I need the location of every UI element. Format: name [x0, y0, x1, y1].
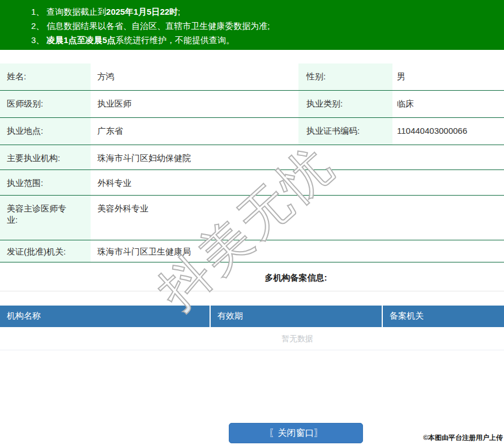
notice-number: 1、 [31, 7, 44, 16]
field-label: 姓名: [0, 63, 91, 90]
info-row: 执业范围:外科专业 [0, 170, 504, 196]
notice-line: 3、凌晨1点至凌晨5点系统进行维护，不能提供查询。 [31, 33, 504, 47]
notice-text-segment: 2025年1月5日22时 [106, 7, 178, 16]
field-value: 临床 [392, 91, 504, 117]
notice-text-segment: 凌晨1点至凌晨5点 [46, 35, 116, 45]
field-value: 方鸿 [91, 63, 294, 90]
info-row: 主要执业机构:珠海市斗门区妇幼保健院 [0, 145, 504, 170]
info-row: 姓名:方鸿性别:男 [0, 63, 504, 91]
field-value: 珠海市斗门区卫生健康局 [91, 240, 504, 262]
column-header: 备案机关 [382, 306, 503, 327]
filing-section-title: 多机构备案信息: [0, 262, 504, 291]
info-row: 医师级别:执业医师执业类别:临床 [0, 91, 504, 118]
copyright-watermark-text: ©本图由平台注册用户上传 [423, 433, 503, 443]
field-value: 美容外科专业 [91, 196, 504, 240]
close-window-button[interactable]: 〖关闭窗口〗 [229, 423, 363, 443]
field-label: 执业范围: [0, 170, 91, 195]
field-label: 执业类别: [298, 91, 392, 117]
empty-data-text: 暂无数据 [0, 327, 504, 350]
notice-line: 1、查询数据截止到2025年1月5日22时; [31, 5, 504, 19]
field-label: 主要执业机构: [0, 145, 91, 169]
field-label: 执业地点: [0, 118, 91, 145]
notice-number: 2、 [31, 21, 44, 31]
column-header: 机构名称 [0, 306, 210, 327]
field-value: 广东省 [91, 118, 294, 145]
notice-line: 2、信息数据结果以各省、自治区、直辖市卫生健康委数据为准; [31, 19, 504, 33]
info-row: 发证(批准)机关:珠海市斗门区卫生健康局 [0, 240, 504, 262]
field-label: 性别: [298, 63, 392, 90]
field-label: 发证(批准)机关: [0, 240, 91, 262]
filing-table: 机构名称有效期备案机关 暂无数据 [0, 306, 504, 350]
field-label: 美容主诊医师专业: [0, 196, 91, 240]
doctor-info-table: 姓名:方鸿性别:男医师级别:执业医师执业类别:临床执业地点:广东省执业证书编码:… [0, 63, 504, 262]
field-label: 医师级别: [0, 91, 91, 117]
field-value: 男 [392, 63, 504, 90]
field-value: 110440403000066 [392, 118, 504, 145]
field-value: 执业医师 [91, 91, 294, 117]
notice-number: 3、 [31, 35, 44, 45]
info-row: 美容主诊医师专业:美容外科专业 [0, 196, 504, 240]
notice-text-segment: 系统进行维护，不能提供查询。 [116, 35, 234, 45]
notice-text-segment: ; [178, 7, 180, 16]
column-header: 有效期 [210, 306, 382, 327]
info-row: 执业地点:广东省执业证书编码:110440403000066 [0, 118, 504, 145]
field-label: 执业证书编码: [298, 118, 392, 145]
notice-text-segment: 信息数据结果以各省、自治区、直辖市卫生健康委数据为准; [46, 21, 270, 31]
filing-table-header: 机构名称有效期备案机关 [0, 306, 504, 327]
field-value: 外科专业 [91, 170, 504, 195]
field-value: 珠海市斗门区妇幼保健院 [91, 145, 504, 169]
notice-text-segment: 查询数据截止到 [46, 7, 106, 16]
notice-banner: 1、查询数据截止到2025年1月5日22时;2、信息数据结果以各省、自治区、直辖… [0, 0, 504, 50]
